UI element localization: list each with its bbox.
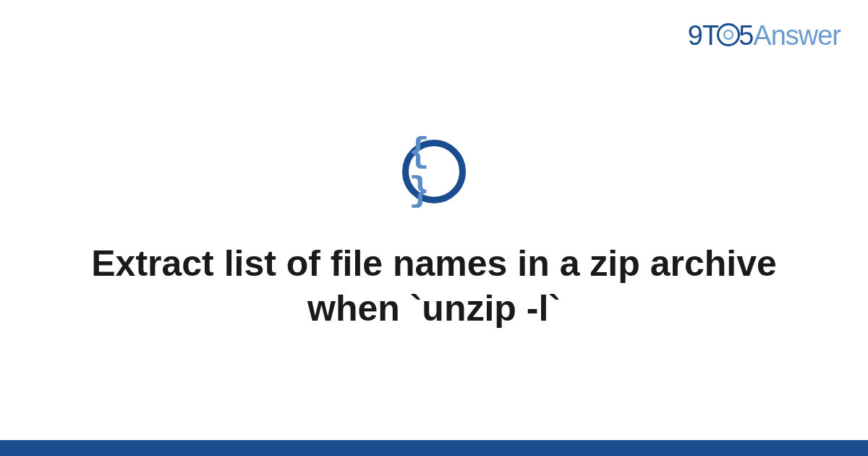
code-braces-icon: { } [402, 140, 466, 203]
footer-bar [0, 440, 868, 456]
question-title: Extract list of file names in a zip arch… [80, 241, 788, 332]
main-content: { } Extract list of file names in a zip … [0, 0, 868, 456]
